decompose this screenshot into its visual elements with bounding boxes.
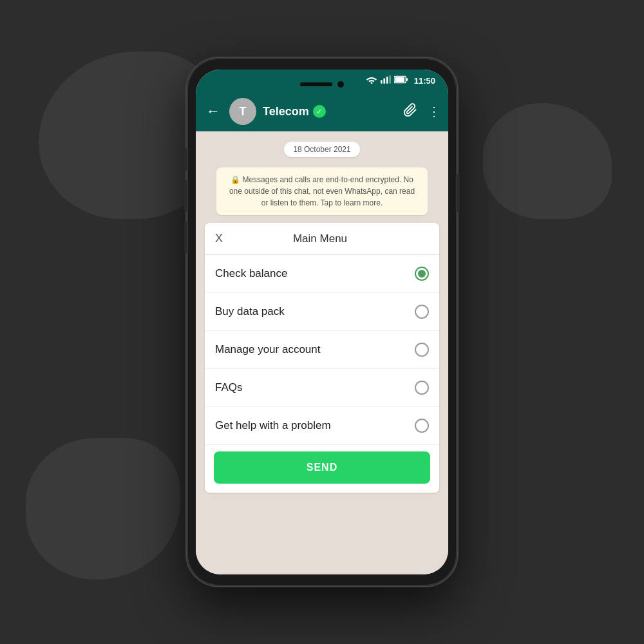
signal-icon (381, 75, 391, 86)
menu-option-get-help[interactable]: Get help with a problem (205, 407, 439, 445)
header-icons: ⋮ (403, 103, 440, 120)
option-label-buy-data-pack: Buy data pack (215, 305, 285, 318)
menu-header: X Main Menu (205, 223, 439, 255)
svg-rect-1 (381, 80, 383, 83)
menu-option-manage-account[interactable]: Manage your account (205, 331, 439, 369)
chat-area: 18 October 2021 🔒 Messages and calls are… (196, 131, 448, 574)
encryption-notice[interactable]: 🔒 Messages and calls are end-to-end encr… (216, 167, 428, 215)
more-options-icon[interactable]: ⋮ (428, 104, 440, 119)
radio-get-help[interactable] (415, 419, 429, 433)
wifi-icon (366, 75, 377, 86)
menu-title: Main Menu (233, 232, 407, 245)
menu-option-faqs[interactable]: FAQs (205, 369, 439, 407)
option-label-get-help: Get help with a problem (215, 419, 331, 432)
notch (300, 81, 344, 88)
radio-buy-data-pack[interactable] (415, 305, 429, 319)
menu-close-button[interactable]: X (215, 232, 223, 245)
phone-screen: 11:50 ← T Telecom ✓ ⋮ (196, 70, 448, 574)
radio-inner-check-balance (418, 270, 426, 278)
camera-dot (337, 81, 344, 88)
volume-up-button (184, 148, 187, 171)
radio-check-balance[interactable] (415, 267, 429, 281)
svg-rect-3 (386, 77, 388, 84)
battery-icon (394, 75, 408, 86)
option-label-manage-account: Manage your account (215, 343, 321, 356)
contact-name: Telecom (263, 105, 309, 118)
menu-bubble: X Main Menu Check balance Buy data pack … (205, 223, 439, 493)
attach-icon[interactable] (403, 103, 417, 120)
chat-header: ← T Telecom ✓ ⋮ (196, 91, 448, 131)
radio-faqs[interactable] (415, 381, 429, 395)
svg-rect-6 (406, 78, 408, 81)
contact-info: Telecom ✓ (263, 105, 397, 118)
bg-blob-3 (26, 438, 180, 580)
status-time: 11:50 (414, 76, 435, 86)
date-pill: 18 October 2021 (284, 142, 359, 157)
option-label-faqs: FAQs (215, 381, 243, 394)
svg-rect-4 (389, 75, 391, 83)
svg-rect-2 (383, 79, 385, 84)
back-button[interactable]: ← (204, 100, 223, 122)
menu-option-check-balance[interactable]: Check balance (205, 255, 439, 293)
status-icons: 11:50 (366, 75, 435, 86)
option-label-check-balance: Check balance (215, 267, 287, 280)
phone-device: 11:50 ← T Telecom ✓ ⋮ (187, 58, 457, 586)
svg-point-0 (370, 82, 372, 84)
speaker-bar (300, 82, 332, 86)
bg-blob-2 (483, 103, 612, 219)
radio-manage-account[interactable] (415, 343, 429, 357)
send-button[interactable]: SEND (214, 451, 430, 484)
svg-rect-7 (395, 77, 404, 82)
send-button-area: SEND (205, 445, 439, 493)
silent-button (184, 222, 187, 254)
volume-down-button (184, 180, 187, 213)
power-button (457, 174, 460, 213)
verified-badge: ✓ (313, 105, 326, 118)
menu-option-buy-data-pack[interactable]: Buy data pack (205, 293, 439, 331)
status-bar: 11:50 (196, 70, 448, 91)
avatar: T (229, 98, 256, 125)
